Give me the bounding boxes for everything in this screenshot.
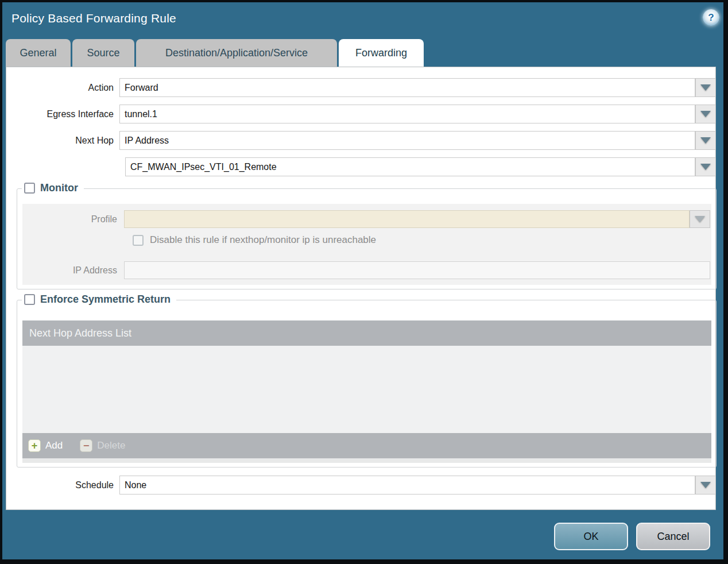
next-hop-address-list-body: [22, 346, 711, 433]
monitor-legend: Monitor: [22, 182, 84, 194]
next-hop-type-dropdown-button[interactable]: [695, 131, 716, 150]
next-hop-address-list-header: Next Hop Address List: [22, 320, 711, 346]
label-spacer: [6, 157, 125, 176]
dialog-titlebar: Policy Based Forwarding Rule ?: [2, 2, 723, 39]
schedule-select[interactable]: None: [119, 476, 695, 495]
enforce-symmetric-return-legend-label: Enforce Symmetric Return: [40, 293, 171, 306]
profile-select: [124, 210, 690, 228]
delete-button: − Delete: [80, 439, 125, 452]
monitor-checkbox[interactable]: [24, 183, 35, 194]
chevron-down-icon: [700, 84, 711, 91]
chevron-down-icon: [700, 137, 711, 144]
tab-destination-application-service[interactable]: Destination/Application/Service: [136, 39, 337, 67]
monitor-panel: Profile Disable this rule if nexthop/mon…: [22, 204, 711, 285]
action-dropdown-button[interactable]: [695, 78, 716, 97]
tab-bar: General Source Destination/Application/S…: [6, 39, 424, 67]
next-hop-address-list-footer: + Add − Delete: [22, 433, 711, 458]
monitor-legend-label: Monitor: [40, 182, 78, 194]
cancel-button[interactable]: Cancel: [636, 523, 710, 550]
next-hop-type-select[interactable]: IP Address: [119, 131, 695, 150]
monitor-profile-row: Profile: [22, 210, 710, 228]
disable-rule-checkbox: [133, 235, 144, 246]
plus-icon: +: [28, 439, 41, 452]
ok-button[interactable]: OK: [554, 523, 628, 550]
enforce-symmetric-return-fieldset: Enforce Symmetric Return Next Hop Addres…: [17, 300, 717, 468]
profile-dropdown-button: [690, 210, 710, 228]
tab-general[interactable]: General: [6, 39, 71, 67]
egress-interface-select[interactable]: tunnel.1: [119, 105, 695, 123]
schedule-dropdown-button[interactable]: [695, 476, 716, 495]
delete-button-label: Delete: [97, 440, 125, 451]
next-hop-row: Next Hop IP Address: [6, 131, 716, 150]
next-hop-label: Next Hop: [6, 131, 119, 150]
disable-rule-row: Disable this rule if nexthop/monitor ip …: [133, 234, 376, 246]
egress-interface-label: Egress Interface: [6, 105, 119, 123]
schedule-row: Schedule None: [6, 476, 716, 495]
egress-interface-row: Egress Interface tunnel.1: [6, 105, 716, 123]
enforce-symmetric-return-legend: Enforce Symmetric Return: [22, 293, 176, 306]
next-hop-address-list-table: Next Hop Address List + Add − Delete: [22, 320, 711, 463]
monitor-ip-input: [124, 261, 710, 279]
add-button-label: Add: [45, 440, 63, 451]
profile-label: Profile: [22, 210, 124, 228]
next-hop-address-select[interactable]: CF_MWAN_IPsec_VTI_01_Remote: [125, 157, 695, 176]
chevron-down-icon: [700, 111, 711, 117]
action-select[interactable]: Forward: [119, 78, 695, 97]
egress-interface-dropdown-button[interactable]: [695, 105, 716, 123]
action-label: Action: [6, 78, 119, 97]
chevron-down-icon: [700, 482, 711, 488]
add-button[interactable]: + Add: [28, 439, 63, 452]
tab-source[interactable]: Source: [72, 39, 134, 67]
monitor-fieldset: Monitor Profile Disable this rule if nex…: [17, 188, 717, 289]
chevron-down-icon: [700, 164, 711, 170]
tab-forwarding[interactable]: Forwarding: [339, 39, 424, 67]
schedule-label: Schedule: [6, 476, 119, 495]
disable-rule-label: Disable this rule if nexthop/monitor ip …: [150, 234, 376, 246]
minus-icon: −: [80, 439, 92, 452]
help-icon[interactable]: ?: [703, 9, 719, 26]
action-row: Action Forward: [6, 78, 716, 97]
monitor-ip-label: IP Address: [22, 261, 124, 279]
next-hop-address-row: CF_MWAN_IPsec_VTI_01_Remote: [6, 157, 716, 176]
enforce-symmetric-return-checkbox[interactable]: [24, 294, 35, 305]
forwarding-tab-panel: Action Forward Egress Interface tunnel.1…: [6, 67, 716, 510]
table-bottom-strip: [22, 458, 711, 463]
chevron-down-icon: [695, 216, 705, 222]
policy-based-forwarding-dialog: Policy Based Forwarding Rule ? General S…: [0, 0, 728, 564]
monitor-ip-row: IP Address: [22, 261, 710, 279]
dialog-title: Policy Based Forwarding Rule: [11, 11, 176, 25]
next-hop-address-dropdown-button[interactable]: [695, 157, 716, 176]
